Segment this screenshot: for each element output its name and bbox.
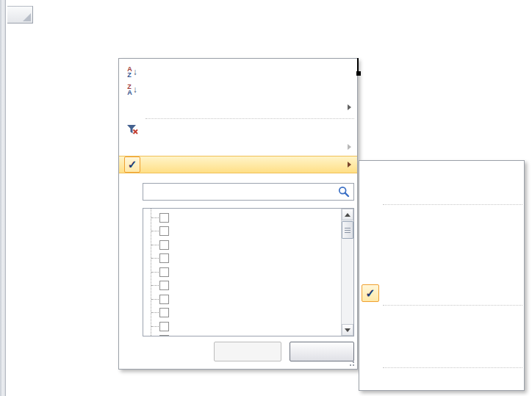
checkbox[interactable] [159, 253, 169, 263]
submenu-item-between[interactable]: ✓ [359, 284, 524, 303]
submenu-arrow-icon [348, 162, 351, 168]
window-top-edge [0, 0, 532, 6]
submenu-item-custom-filter[interactable] [359, 370, 524, 389]
value-item[interactable] [143, 251, 174, 264]
submenu-item-above-average[interactable] [359, 327, 524, 346]
menu-item-clear-filter[interactable] [119, 120, 357, 138]
resize-grip[interactable] [346, 358, 355, 367]
submenu-arrow-icon [348, 104, 351, 110]
menu-separator [383, 204, 522, 205]
checkbox[interactable] [159, 240, 169, 250]
sort-za-icon: ZA↓ [119, 84, 145, 96]
menu-item-number-filters[interactable]: ✓ [119, 156, 357, 173]
value-item[interactable] [143, 306, 174, 319]
checkbox[interactable] [159, 281, 169, 290]
autofilter-dropdown: AZ↓ ZA↓ ✓ [118, 58, 358, 370]
value-item[interactable] [143, 278, 174, 292]
clear-filter-icon [119, 124, 145, 134]
fill-handle[interactable] [356, 71, 361, 76]
menu-separator [383, 305, 522, 306]
search-icon[interactable] [338, 186, 350, 198]
checkbox[interactable] [159, 308, 169, 317]
checkbox[interactable] [159, 322, 169, 331]
checkbox[interactable] [159, 335, 169, 337]
select-all-triangle-icon [23, 13, 31, 21]
scroll-down-button[interactable] [342, 324, 353, 336]
value-item-select-all[interactable] [143, 211, 174, 224]
checkmark-icon: ✓ [362, 284, 379, 302]
menu-item-sort-largest-to-smallest[interactable]: ZA↓ [119, 81, 357, 98]
filter-value-list [143, 208, 354, 336]
scroll-down-icon [345, 328, 351, 332]
value-item[interactable] [143, 320, 174, 333]
select-all-corner[interactable] [7, 6, 33, 24]
submenu-arrow-icon [348, 144, 351, 150]
menu-item-sort-by-color[interactable] [119, 98, 357, 116]
ok-button [214, 342, 281, 361]
value-item[interactable] [143, 292, 174, 306]
excel-worksheet: AZ↓ ZA↓ ✓ [0, 0, 532, 396]
submenu-item-top-10[interactable] [359, 308, 524, 327]
checkbox[interactable] [159, 295, 169, 304]
submenu-item-less-than-or-equal[interactable] [359, 264, 524, 284]
value-item-partial[interactable] [143, 333, 174, 336]
cancel-button[interactable] [290, 342, 354, 361]
submenu-item-equals[interactable] [359, 164, 524, 183]
value-item[interactable] [143, 238, 174, 251]
checkbox[interactable] [159, 213, 169, 223]
menu-item-sort-smallest-to-largest[interactable]: AZ↓ [119, 63, 357, 81]
submenu-item-below-average[interactable] [359, 346, 524, 365]
number-filters-submenu: ✓ [359, 160, 525, 391]
checkmark-icon: ✓ [124, 156, 140, 173]
submenu-item-does-not-equal[interactable] [359, 183, 524, 202]
value-item[interactable] [143, 265, 174, 278]
submenu-item-greater-than-or-equal[interactable] [359, 226, 524, 245]
active-cell-border [357, 58, 359, 73]
checkbox[interactable] [159, 226, 169, 236]
menu-separator [145, 118, 354, 119]
value-item[interactable] [143, 224, 174, 237]
scroll-up-button[interactable] [342, 209, 353, 220]
submenu-item-greater-than[interactable] [359, 207, 524, 226]
checkbox[interactable] [159, 267, 169, 277]
sort-az-icon: AZ↓ [119, 66, 145, 78]
search-input[interactable] [143, 183, 354, 201]
submenu-item-less-than[interactable] [359, 245, 524, 264]
menu-separator [383, 367, 522, 368]
window-left-edge [0, 0, 6, 396]
scrollbar-thumb[interactable] [342, 221, 353, 239]
scroll-up-icon [345, 213, 351, 217]
list-scrollbar[interactable] [341, 209, 353, 336]
menu-item-filter-by-color [119, 138, 357, 156]
